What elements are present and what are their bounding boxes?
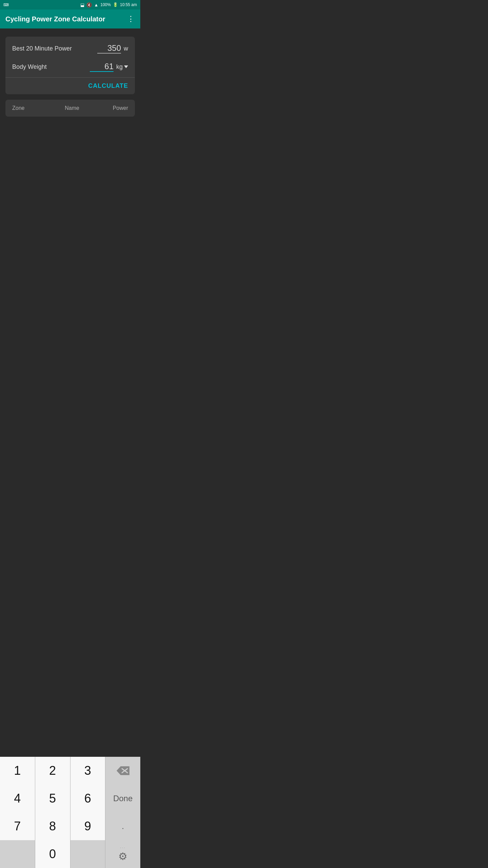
signal-icon: ▲ [94, 2, 98, 7]
more-options-icon[interactable]: ⋮ [127, 15, 135, 23]
weight-label: Body Weight [12, 63, 47, 71]
status-bar: ⌨ ⬓ 🔇 ▲ 100% 🔋 10:55 am [0, 0, 140, 9]
power-field-row: Best 20 Minute Power 350 w [12, 43, 128, 54]
calculate-button[interactable]: CALCULATE [88, 82, 128, 90]
time-display: 10:55 am [120, 2, 137, 7]
weight-value[interactable]: 61 [90, 62, 114, 72]
status-left: ⌨ [3, 3, 9, 7]
mute-icon: 🔇 [86, 2, 92, 7]
status-right: ⬓ 🔇 ▲ 100% 🔋 10:55 am [80, 2, 137, 7]
results-card: Zone Name Power [5, 100, 135, 117]
calculator-card: Best 20 Minute Power 350 w Body Weight 6… [5, 37, 135, 94]
weight-input-group: 61 kg [90, 62, 128, 72]
power-unit: w [124, 45, 128, 52]
battery-percent: 100% [100, 2, 111, 7]
power-header: Power [113, 105, 128, 111]
main-content: Best 20 Minute Power 350 w Body Weight 6… [0, 28, 140, 122]
app-title: Cycling Power Zone Calculator [5, 15, 105, 23]
power-label: Best 20 Minute Power [12, 45, 72, 52]
calculator-actions: CALCULATE [5, 78, 135, 94]
unit-dropdown-arrow [124, 65, 128, 68]
weight-unit: kg [116, 63, 123, 71]
power-value[interactable]: 350 [97, 43, 121, 54]
power-input-group: 350 w [97, 43, 128, 54]
battery-icon: 🔋 [113, 2, 118, 7]
keyboard-status-icon: ⌨ [3, 3, 9, 7]
app-bar: Cycling Power Zone Calculator ⋮ [0, 9, 140, 28]
bluetooth-icon: ⬓ [80, 2, 84, 7]
zone-header: Zone [12, 105, 24, 111]
unit-dropdown[interactable]: kg [116, 63, 128, 71]
weight-field-row: Body Weight 61 kg [12, 62, 128, 72]
name-header: Name [65, 105, 79, 111]
calculator-fields: Best 20 Minute Power 350 w Body Weight 6… [5, 37, 135, 77]
results-header: Zone Name Power [12, 105, 128, 111]
